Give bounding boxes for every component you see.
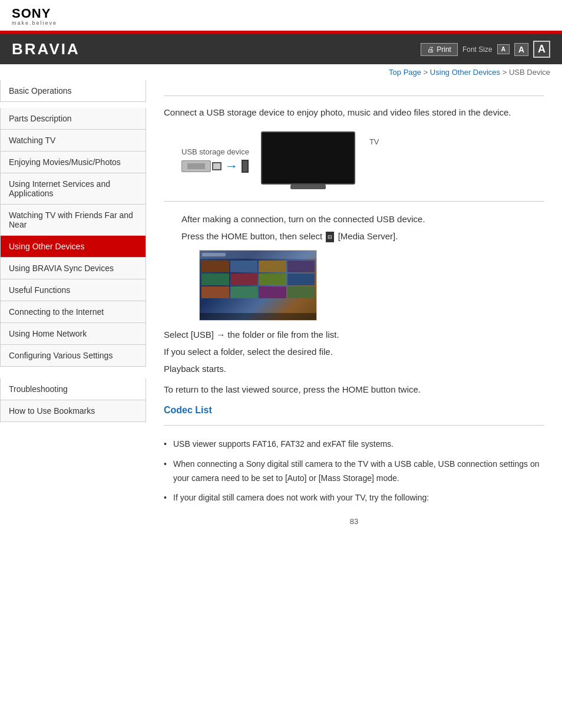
breadcrumb-top-page[interactable]: Top Page — [389, 68, 421, 77]
sidebar-item-bravia-sync[interactable]: Using BRAVIA Sync Devices — [0, 258, 146, 279]
tv-label: TV — [369, 131, 379, 146]
screenshot-topbar-label — [202, 253, 226, 256]
bravia-title: BRAVIA — [12, 40, 80, 58]
usb-port — [242, 160, 249, 173]
usb-arrow: → — [225, 159, 238, 174]
sony-header: SONY make.believe — [0, 0, 562, 31]
mid-divider1 — [164, 201, 544, 202]
font-size-small-button[interactable]: A — [497, 44, 510, 54]
usb-body — [181, 160, 211, 172]
screenshot-bottom-bar — [200, 313, 316, 320]
sidebar-item-using-other-devices[interactable]: Using Other Devices — [0, 236, 146, 258]
sidebar-item-home-network[interactable]: Using Home Network — [0, 323, 146, 345]
sidebar-group-main: Basic Operations Parts Description Watch… — [0, 80, 146, 367]
thumb-12 — [287, 286, 315, 298]
usb-device-label: USB storage device — [181, 147, 249, 156]
sidebar-item-watching-friends[interactable]: Watching TV with Friends Far and Near — [0, 205, 146, 236]
usb-diagram: USB storage device → — [181, 131, 544, 189]
thumb-3 — [259, 261, 286, 272]
sidebar-group-secondary: Troubleshooting How to Use Bookmarks — [0, 378, 146, 422]
sidebar-item-connecting-internet[interactable]: Connecting to the Internet — [0, 301, 146, 323]
instructions-block: After making a connection, turn on the c… — [181, 211, 544, 244]
breadcrumb-sep2: > — [503, 68, 509, 77]
breadcrumb-sep1: > — [424, 68, 430, 77]
note-item-2: When connecting a Sony digital still cam… — [164, 457, 544, 486]
usb-stick-illustration: → — [181, 159, 249, 174]
sidebar-item-watching-tv[interactable]: Watching TV — [0, 130, 146, 151]
thumb-4 — [287, 261, 315, 272]
instruction-line2: Press the HOME button, then select ⊟ [Me… — [181, 228, 544, 244]
main-layout: Basic Operations Parts Description Watch… — [0, 80, 562, 543]
screenshot-thumbnails — [200, 259, 316, 300]
thumb-1 — [201, 261, 229, 272]
font-size-medium-button[interactable]: A — [514, 43, 528, 56]
thumb-8 — [287, 274, 315, 285]
sidebar-item-useful-functions[interactable]: Useful Functions — [0, 279, 146, 301]
thumb-2 — [230, 261, 258, 272]
sidebar-item-basic-operations[interactable]: Basic Operations — [0, 80, 146, 102]
bottom-divider — [164, 425, 544, 426]
sidebar-item-configuring-settings[interactable]: Configuring Various Settings — [0, 345, 146, 367]
intro-text: Connect a USB storage device to enjoy ph… — [164, 106, 544, 120]
breadcrumb-current: USB Device — [509, 68, 550, 77]
media-server-icon: ⊟ — [326, 232, 334, 242]
print-icon: 🖨 — [427, 45, 434, 54]
print-button[interactable]: 🖨 Print — [421, 43, 458, 56]
usb-connector — [212, 162, 222, 170]
sidebar-item-how-to-use[interactable]: How to Use Bookmarks — [0, 400, 146, 422]
content-area: Connect a USB storage device to enjoy ph… — [146, 80, 562, 543]
usb-device-container: USB storage device → — [181, 147, 249, 174]
bravia-header-bar: BRAVIA 🖨 Print Font Size A A A — [0, 34, 562, 64]
instruction-line1: After making a connection, turn on the c… — [181, 211, 544, 227]
thumb-9 — [201, 286, 229, 298]
thumb-7 — [259, 274, 286, 285]
sidebar-item-enjoying-movies[interactable]: Enjoying Movies/Music/Photos — [0, 151, 146, 173]
media-server-screenshot — [199, 250, 317, 321]
sidebar-item-internet-services[interactable]: Using Internet Services and Applications — [0, 173, 146, 205]
steps-section: Select [USB] → the folder or file from t… — [164, 327, 544, 377]
font-size-label: Font Size — [462, 45, 492, 54]
font-size-large-button[interactable]: A — [533, 41, 550, 58]
screenshot-topbar — [200, 251, 316, 259]
usb-chip — [187, 163, 205, 169]
bravia-controls: 🖨 Print Font Size A A A — [421, 41, 550, 58]
sidebar: Basic Operations Parts Description Watch… — [0, 80, 146, 543]
breadcrumb-using-other-devices[interactable]: Using Other Devices — [430, 68, 500, 77]
note-item-1: USB viewer supports FAT16, FAT32 and exF… — [164, 437, 544, 452]
notes-section: USB viewer supports FAT16, FAT32 and exF… — [164, 437, 544, 505]
breadcrumb: Top Page > Using Other Devices > USB Dev… — [0, 64, 562, 80]
sidebar-item-parts-description[interactable]: Parts Description — [0, 108, 146, 130]
thumb-10 — [230, 286, 258, 298]
page-number: 83 — [164, 517, 544, 526]
tv-screen — [261, 131, 355, 185]
thumb-5 — [201, 274, 229, 285]
step-3: Playback starts. — [164, 361, 544, 377]
sidebar-item-troubleshooting[interactable]: Troubleshooting — [0, 378, 146, 400]
step-2: If you select a folder, select the desir… — [164, 344, 544, 360]
sony-logo: SONY — [12, 7, 550, 20]
codec-list-link[interactable]: Codec List — [164, 405, 544, 416]
step-1: Select [USB] → the folder or file from t… — [164, 327, 544, 342]
tv-stand — [290, 185, 326, 189]
top-divider — [164, 95, 544, 96]
thumb-6 — [230, 274, 258, 285]
thumb-11 — [259, 286, 286, 298]
return-note: To return to the last viewed source, pre… — [164, 383, 544, 397]
note-item-3: If your digital still camera does not wo… — [164, 491, 544, 505]
tv-container — [261, 131, 355, 189]
sony-tagline: make.believe — [12, 20, 550, 26]
